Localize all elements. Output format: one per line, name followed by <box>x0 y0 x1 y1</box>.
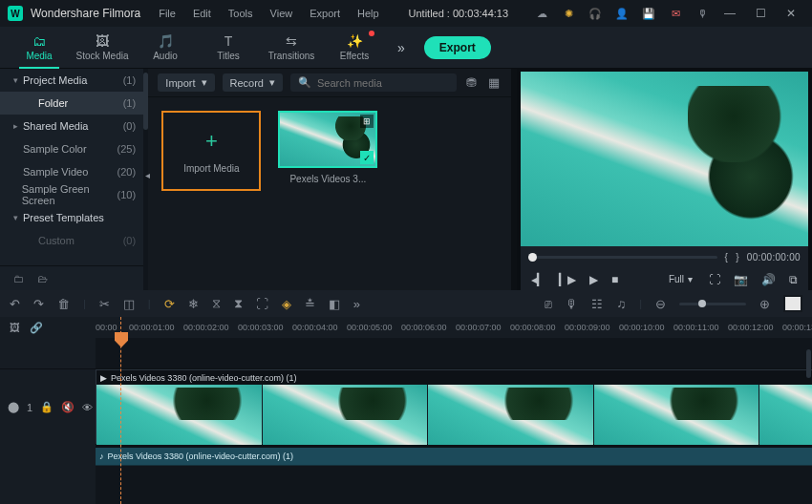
voice-icon[interactable]: 🎙 <box>692 3 713 24</box>
search-input[interactable] <box>317 77 449 89</box>
quality-dropdown[interactable]: Full ▾ <box>663 273 698 285</box>
zoom-in-button[interactable]: ⊕ <box>759 297 770 311</box>
menu-tools[interactable]: Tools <box>222 8 260 19</box>
freeze-frame-icon[interactable]: ❄ <box>188 297 199 311</box>
menu-edit[interactable]: Edit <box>186 8 218 19</box>
notification-icon[interactable]: ✉ <box>665 3 686 24</box>
marker-icon[interactable]: ◈ <box>282 297 291 311</box>
sidebar-item-folder[interactable]: Folder (1) <box>0 92 143 115</box>
menu-export[interactable]: Export <box>303 8 347 19</box>
redo-button[interactable]: ↷ <box>33 297 44 311</box>
undo-button[interactable]: ↶ <box>10 297 20 311</box>
sidebar-item-preset-templates[interactable]: ▾ Preset Templates <box>0 206 143 229</box>
export-button[interactable]: Export <box>424 36 491 59</box>
speed-button[interactable]: ⟳ <box>164 297 175 311</box>
tab-stock-media[interactable]: 🖼 Stock Media <box>73 29 132 67</box>
preview-viewport[interactable] <box>521 72 808 246</box>
timeline-tracks[interactable]: 00:00 00:00:01:00 00:00:02:00 00:00:03:0… <box>96 317 812 504</box>
marker-list-icon[interactable]: 🖼 <box>10 322 20 333</box>
import-media-tile[interactable]: + Import Media <box>161 111 261 191</box>
timeline-left-gutter: 🖼 🔗 ⬤ 1 🔒 🔇 👁 <box>0 317 96 504</box>
tab-audio[interactable]: 🎵 Audio <box>136 29 195 67</box>
timeline-ruler[interactable]: 00:00 00:00:01:00 00:00:02:00 00:00:03:0… <box>96 317 812 338</box>
duration-icon[interactable]: ⧖ <box>212 296 221 311</box>
support-icon[interactable]: 🎧 <box>585 3 606 24</box>
record-dropdown[interactable]: Record ▾ <box>223 74 283 92</box>
sidebar-item-custom[interactable]: Custom (0) <box>0 229 143 252</box>
sidebar-item-sample-green-screen[interactable]: Sample Green Screen (10) <box>0 183 143 206</box>
thumbnail-toggle-button[interactable] <box>783 295 802 312</box>
sidebar-item-project-media[interactable]: ▾ Project Media (1) <box>0 69 143 92</box>
collapse-handle-icon[interactable]: ◂ <box>145 170 150 180</box>
media-panel: ▾ Project Media (1) Folder (1) ▸ Shared … <box>0 69 511 290</box>
menu-file[interactable]: File <box>152 8 182 19</box>
crop-button[interactable]: ◫ <box>123 297 135 311</box>
display-settings-icon[interactable]: ⛶ <box>706 273 723 286</box>
settings-sparkle-icon[interactable]: ✺ <box>558 3 579 24</box>
window-close-button[interactable]: ✕ <box>778 3 804 24</box>
filter-folder-icon[interactable]: 🗁 <box>37 273 48 284</box>
timeline-scrollbar[interactable] <box>805 338 812 504</box>
search-media-box[interactable]: 🔍 <box>290 74 457 92</box>
volume-icon[interactable]: 🔊 <box>759 273 779 286</box>
audio-clip[interactable]: ♪ Pexels Videos 3380 (online-video-cutte… <box>96 448 812 465</box>
sidebar-item-sample-color[interactable]: Sample Color (25) <box>0 137 143 160</box>
video-track[interactable]: ▶ Pexels Videos 3380 (online-video-cutte… <box>96 368 812 447</box>
mark-out-button[interactable]: } <box>736 252 739 262</box>
filter-icon[interactable]: ⛃ <box>464 75 479 90</box>
window-minimize-button[interactable]: ― <box>716 3 743 24</box>
sidebar-item-count: (1) <box>123 74 136 86</box>
music-icon[interactable]: ♫ <box>616 297 626 311</box>
mixer-icon[interactable]: ⎚ <box>545 297 552 311</box>
tab-transitions[interactable]: ⇆ Transitions <box>262 29 321 67</box>
fullscreen-icon[interactable]: ⧉ <box>786 273 801 286</box>
prev-frame-button[interactable]: ◂▎ <box>528 273 548 286</box>
zoom-slider[interactable] <box>679 303 746 305</box>
track-lock-icon[interactable]: 🔒 <box>40 401 53 413</box>
snapshot-icon[interactable]: 📷 <box>731 273 751 286</box>
menu-view[interactable]: View <box>264 8 300 19</box>
zoom-out-button[interactable]: ⊖ <box>655 297 666 311</box>
video-clip[interactable]: ▶ Pexels Videos 3380 (online-video-cutte… <box>96 369 812 444</box>
clip-thumbnail: ⊞ ✓ <box>278 111 377 168</box>
new-folder-icon[interactable]: 🗀 <box>13 273 24 284</box>
mark-in-button[interactable]: { <box>725 252 729 262</box>
voiceover-icon[interactable]: 🎙 <box>566 297 578 311</box>
reverse-icon[interactable]: ⧗ <box>234 296 243 311</box>
chevron-down-icon: ▾ <box>202 76 207 89</box>
account-icon[interactable]: 👤 <box>611 3 632 24</box>
track-visibility-icon[interactable]: 👁 <box>82 402 93 413</box>
step-back-button[interactable]: ▎▶ <box>556 273 579 286</box>
toolbar-more-button[interactable]: » <box>353 297 360 311</box>
menu-help[interactable]: Help <box>351 8 386 19</box>
split-button[interactable]: ✂ <box>99 297 110 311</box>
import-dropdown[interactable]: Import ▾ <box>158 74 214 92</box>
play-button[interactable]: ▶ <box>587 273 601 286</box>
ribbon-more-button[interactable]: » <box>388 40 415 55</box>
main-area: ▾ Project Media (1) Folder (1) ▸ Shared … <box>0 69 812 290</box>
audio-icon[interactable]: ☷ <box>591 297 603 311</box>
color-icon[interactable]: ◧ <box>329 297 340 311</box>
cloud-icon[interactable]: ☁ <box>531 3 552 24</box>
tab-effects[interactable]: ✨ Effects <box>325 29 384 67</box>
tab-titles[interactable]: T Titles <box>199 29 258 67</box>
grid-view-icon[interactable]: ▦ <box>486 75 502 90</box>
fit-zoom-icon[interactable]: ⛶ <box>256 297 268 311</box>
link-icon[interactable]: 🔗 <box>30 322 43 334</box>
stop-button[interactable]: ■ <box>609 273 621 286</box>
preview-progress-slider[interactable] <box>528 256 717 259</box>
video-track-header[interactable]: ⬤ 1 🔒 🔇 👁 <box>0 368 96 445</box>
delete-button[interactable]: 🗑 <box>57 297 70 311</box>
audio-track[interactable]: ♪ Pexels Videos 3380 (online-video-cutte… <box>96 447 812 466</box>
window-maximize-button[interactable]: ☐ <box>747 3 774 24</box>
save-icon[interactable]: 💾 <box>638 3 659 24</box>
adjust-icon[interactable]: ≛ <box>305 297 315 311</box>
chevron-down-icon: ▾ <box>8 75 23 85</box>
media-clip-tile[interactable]: ⊞ ✓ Pexels Videos 3... <box>278 111 377 277</box>
tab-media[interactable]: 🗂 Media <box>10 29 69 67</box>
sidebar-item-shared-media[interactable]: ▸ Shared Media (0) <box>0 115 143 137</box>
track-mute-icon[interactable]: 🔇 <box>61 401 75 413</box>
sidebar-item-sample-video[interactable]: Sample Video (20) <box>0 160 143 183</box>
playhead[interactable] <box>120 317 121 504</box>
ribbon: 🗂 Media 🖼 Stock Media 🎵 Audio T Titles ⇆… <box>0 27 812 69</box>
